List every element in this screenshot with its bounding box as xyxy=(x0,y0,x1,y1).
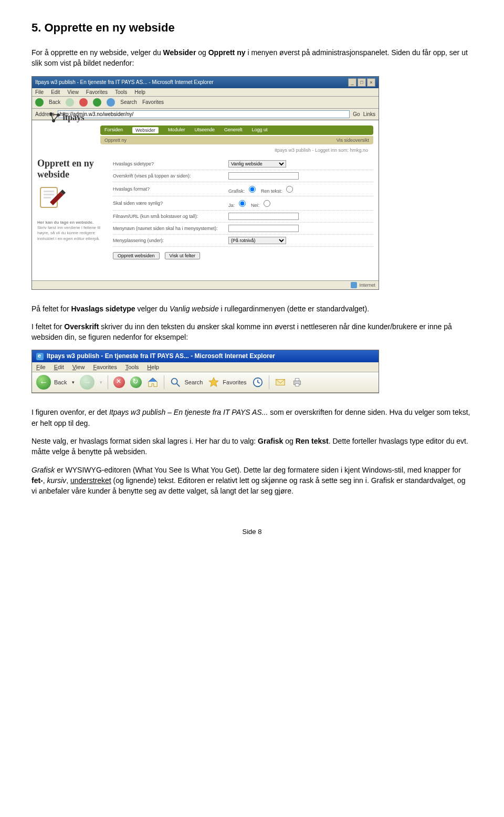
form-label: Hvaslags sidetype? xyxy=(113,161,228,166)
form-label: Overskrift (vises på toppen av siden): xyxy=(113,173,228,179)
text-underline: understreket xyxy=(70,476,111,485)
overskrift-input[interactable] xyxy=(228,172,299,180)
page-footer: Side 8 xyxy=(32,528,472,536)
text-bold: Overskrift xyxy=(64,322,99,331)
text-italic: Itpays w3 publish – En tjeneste fra IT P… xyxy=(109,408,268,416)
filnavn-input[interactable] xyxy=(228,213,299,220)
panel-left: Opprett en ny webside Her kan du lage en… xyxy=(37,158,106,259)
menu-tools[interactable]: Tools xyxy=(125,364,139,370)
svg-rect-5 xyxy=(44,194,54,195)
loggedin-text: Itpays w3 publish - Logget inn som: hmkg… xyxy=(37,148,368,153)
menu-item[interactable]: Help xyxy=(134,89,145,95)
menyplassering-select[interactable]: (På rotnivå) xyxy=(228,237,286,244)
menu-favorites[interactable]: Favorites xyxy=(93,364,117,370)
go-button[interactable]: Go xyxy=(353,111,360,117)
visk-ut-button[interactable]: Visk ut felter xyxy=(165,252,200,259)
section-heading: 5. Opprette en ny webside xyxy=(32,21,472,35)
format-radio-rentekst[interactable] xyxy=(286,186,293,193)
links-label[interactable]: Links xyxy=(363,111,375,117)
text: I feltet for xyxy=(32,322,64,331)
print-icon[interactable] xyxy=(291,376,303,388)
sub-nav: Opprett ny Vis sideoversikt xyxy=(100,136,373,144)
logo: itpays xyxy=(37,104,95,131)
window-title: Itpays w3 publish - En tjeneste fra IT P… xyxy=(47,352,275,360)
menu-item[interactable]: File xyxy=(35,89,44,95)
text: og xyxy=(283,437,295,445)
menubar: File Edit View Favorites Tools Help xyxy=(32,362,379,372)
toolbar: ← Back ▾ → ▾ Search Favorites xyxy=(32,372,379,393)
paragraph-overskrift: I feltet for Overskrift skriver du inn d… xyxy=(32,321,472,343)
favorites-label: Favorites xyxy=(223,379,246,385)
back-icon[interactable]: ← xyxy=(36,375,51,390)
stop-icon[interactable] xyxy=(113,376,125,388)
nav-item[interactable]: Forsiden xyxy=(104,127,123,133)
search-label[interactable]: Search xyxy=(120,99,137,105)
forward-icon[interactable]: → xyxy=(80,375,94,390)
close-icon[interactable]: × xyxy=(367,78,375,87)
text-italic: Grafisk xyxy=(32,466,55,474)
text-italic: kursiv xyxy=(47,476,67,485)
menu-item[interactable]: View xyxy=(67,89,79,95)
screenshot-toolbar-crop: Itpays w3 publish - En tjeneste fra IT P… xyxy=(32,350,379,393)
menu-item[interactable]: Favorites xyxy=(86,89,108,95)
minimize-icon[interactable]: _ xyxy=(348,78,356,87)
menu-item[interactable]: Edit xyxy=(51,89,60,95)
nav-item[interactable]: Generelt xyxy=(224,127,243,133)
svg-point-7 xyxy=(172,379,177,384)
menu-view[interactable]: View xyxy=(72,364,85,370)
search-icon[interactable] xyxy=(170,376,181,388)
refresh-icon[interactable] xyxy=(130,376,142,388)
subnav-item[interactable]: Opprett ny xyxy=(104,138,127,143)
menubar: File Edit View Favorites Tools Help xyxy=(32,88,379,97)
paragraph-caption: I figuren ovenfor, er det Itpays w3 publ… xyxy=(32,407,472,428)
text-bold: Hvaslags sidetype xyxy=(71,305,135,313)
text-bold: Ren tekst xyxy=(296,437,329,445)
opprett-button[interactable]: Opprett websiden xyxy=(113,252,160,259)
address-input[interactable] xyxy=(58,110,350,118)
nav-item[interactable]: Logg ut xyxy=(251,127,267,133)
window-title: Itpays w3 publish - En tjeneste fra IT P… xyxy=(35,79,214,85)
maximize-icon[interactable]: □ xyxy=(358,78,366,87)
svg-rect-11 xyxy=(295,379,299,381)
page-content: itpays Forsiden Websider Moduler Utseend… xyxy=(32,120,379,280)
text: For å opprette en ny webside, velger du xyxy=(32,48,163,57)
format-radio-grafisk[interactable] xyxy=(249,186,256,193)
titlebar: Itpays w3 publish - En tjeneste fra IT P… xyxy=(32,350,379,362)
hint-box: Her kan du lage en webside. Skriv først … xyxy=(37,220,106,242)
menynavn-input[interactable] xyxy=(228,225,299,232)
text-bold: Grafisk xyxy=(258,437,283,445)
menu-help[interactable]: Help xyxy=(147,364,159,370)
synlig-radio-nei[interactable] xyxy=(264,200,270,207)
search-label: Search xyxy=(184,379,203,385)
nav-item-active[interactable]: Websider xyxy=(132,127,159,133)
menu-edit[interactable]: Edit xyxy=(54,364,64,370)
synlig-radio-ja[interactable] xyxy=(239,200,246,207)
paragraph-sidetype: På feltet for Hvaslags sidetype velger d… xyxy=(32,303,472,314)
subnav-item[interactable]: Vis sideoversikt xyxy=(337,138,369,143)
sidetype-select[interactable]: Vanlig webside xyxy=(228,160,286,167)
main-nav: Forsiden Websider Moduler Utseende Gener… xyxy=(100,125,373,135)
text: velger du xyxy=(135,305,170,313)
form-label: Menynavn (navnet siden skal ha i menysys… xyxy=(113,226,228,231)
favorites-icon[interactable] xyxy=(208,376,219,388)
history-icon[interactable] xyxy=(252,376,264,388)
panel-right: Hvaslags sidetype?Vanlig webside Overskr… xyxy=(113,158,373,259)
svg-rect-12 xyxy=(295,384,299,386)
menu-item[interactable]: Tools xyxy=(115,89,127,95)
text-bold: Websider xyxy=(163,48,196,57)
status-text: Internet xyxy=(359,282,375,288)
form-label: Filnavn/URL (kun små bokstaver og tall): xyxy=(113,214,228,219)
favorites-label[interactable]: Favorites xyxy=(142,99,164,105)
text: Neste valg, er hvaslags format siden ska… xyxy=(32,437,258,445)
window-controls: _ □ × xyxy=(348,78,375,87)
menu-file[interactable]: File xyxy=(36,364,46,370)
mail-icon[interactable] xyxy=(275,376,286,388)
home-icon[interactable] xyxy=(147,376,159,388)
nav-item[interactable]: Moduler xyxy=(168,127,185,133)
nav-item[interactable]: Utseende xyxy=(194,127,215,133)
text: i rullegardinmenyen (dette er standardva… xyxy=(219,305,369,313)
back-label: Back xyxy=(54,379,67,385)
text: er WYSIWYG-editoren (What You See Is Wha… xyxy=(55,466,460,474)
home-icon[interactable] xyxy=(107,98,115,107)
ie-icon xyxy=(36,353,44,360)
